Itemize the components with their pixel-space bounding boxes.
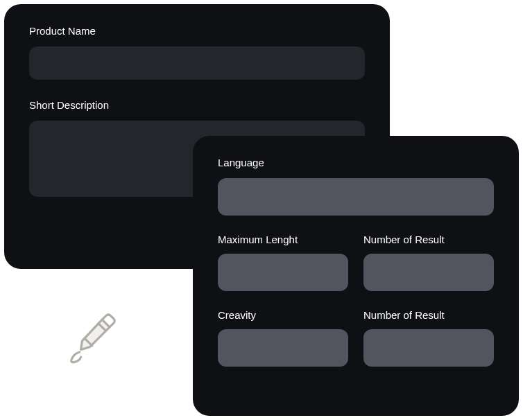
row-creativity-results: Creavity Number of Result — [218, 309, 494, 367]
language-label: Language — [218, 157, 494, 168]
number-of-result-1-group: Number of Result — [363, 234, 494, 291]
number-of-result-1-input[interactable] — [363, 254, 494, 291]
short-description-label: Short Description — [29, 99, 365, 111]
product-name-group: Product Name — [29, 25, 365, 80]
creativity-input[interactable] — [218, 329, 348, 367]
maximum-length-label: Maximum Lenght — [218, 234, 348, 245]
language-input[interactable] — [218, 178, 494, 216]
settings-form-card: Language Maximum Lenght Number of Result… — [193, 136, 519, 416]
number-of-result-2-input[interactable] — [363, 329, 494, 367]
product-name-input[interactable] — [29, 46, 365, 80]
number-of-result-2-label: Number of Result — [363, 309, 494, 321]
pencil-icon — [62, 305, 132, 374]
number-of-result-1-label: Number of Result — [363, 234, 494, 245]
maximum-length-input[interactable] — [218, 254, 348, 291]
maximum-length-group: Maximum Lenght — [218, 234, 348, 291]
creativity-group: Creavity — [218, 309, 348, 367]
row-length-results: Maximum Lenght Number of Result — [218, 234, 494, 291]
product-name-label: Product Name — [29, 25, 365, 37]
language-group: Language — [218, 157, 494, 216]
creativity-label: Creavity — [218, 309, 348, 321]
number-of-result-2-group: Number of Result — [363, 309, 494, 367]
